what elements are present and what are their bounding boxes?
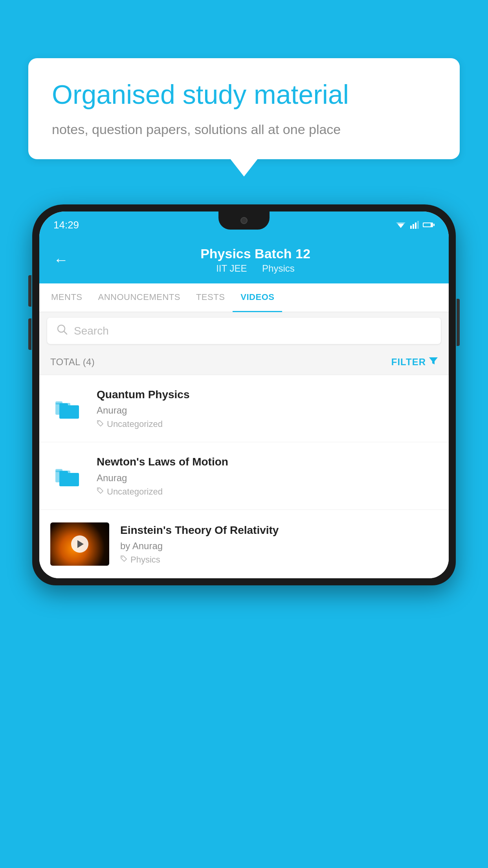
phone-wrapper: 14:29 bbox=[32, 204, 456, 868]
tag-text: Uncategorized bbox=[107, 419, 163, 429]
filter-button[interactable]: FILTER bbox=[391, 357, 438, 368]
video-tag: Physics bbox=[120, 555, 438, 565]
svg-point-22 bbox=[122, 557, 123, 557]
search-input-wrap[interactable]: Search bbox=[47, 318, 441, 344]
volume-down-button bbox=[28, 318, 31, 350]
front-camera bbox=[240, 217, 248, 224]
signal-icon bbox=[410, 221, 419, 229]
back-button[interactable]: ← bbox=[53, 252, 68, 268]
play-button-overlay bbox=[71, 535, 88, 553]
filter-bar: TOTAL (4) FILTER bbox=[39, 349, 449, 375]
tag-icon bbox=[97, 420, 104, 429]
notch bbox=[218, 211, 270, 230]
list-item[interactable]: Einstein's Theory Of Relativity by Anura… bbox=[39, 510, 449, 578]
svg-point-16 bbox=[98, 421, 99, 422]
svg-point-21 bbox=[98, 489, 99, 489]
svg-rect-20 bbox=[59, 471, 68, 474]
video-tag: Uncategorized bbox=[97, 487, 438, 497]
svg-rect-2 bbox=[410, 226, 412, 229]
power-button bbox=[457, 299, 460, 346]
video-list: Quantum Physics Anurag Uncategorized bbox=[39, 375, 449, 578]
svg-rect-7 bbox=[424, 223, 431, 226]
header-title-block: Physics Batch 12 IIT JEE Physics bbox=[76, 246, 435, 274]
video-author: by Anurag bbox=[120, 541, 438, 552]
svg-rect-4 bbox=[415, 223, 416, 229]
video-author: Anurag bbox=[97, 473, 438, 484]
filter-label: FILTER bbox=[391, 357, 426, 368]
svg-rect-15 bbox=[59, 403, 68, 407]
tab-announcements[interactable]: ANNOUNCEMENTS bbox=[90, 283, 188, 312]
tag-icon bbox=[97, 487, 104, 496]
phone-outer: 14:29 bbox=[32, 204, 456, 585]
speech-bubble: Organised study material notes, question… bbox=[28, 58, 460, 159]
svg-line-10 bbox=[64, 331, 67, 334]
video-title: Newton's Laws of Motion bbox=[97, 455, 438, 469]
folder-icon bbox=[50, 391, 86, 426]
svg-rect-8 bbox=[433, 224, 435, 226]
tag-text: Uncategorized bbox=[107, 487, 163, 497]
bubble-subtitle: notes, question papers, solutions all at… bbox=[52, 120, 436, 139]
video-info: Quantum Physics Anurag Uncategorized bbox=[97, 388, 438, 429]
phone-screen: 14:29 bbox=[39, 211, 449, 578]
search-placeholder: Search bbox=[74, 325, 109, 337]
total-count-label: TOTAL (4) bbox=[50, 357, 95, 368]
tab-ments[interactable]: MENTS bbox=[43, 283, 90, 312]
search-container: Search bbox=[39, 312, 449, 349]
svg-rect-3 bbox=[413, 224, 414, 229]
volume-up-button bbox=[28, 275, 31, 307]
svg-marker-1 bbox=[396, 223, 405, 226]
status-time: 14:29 bbox=[53, 219, 79, 231]
header-subtitle-part1: IIT JEE bbox=[216, 263, 247, 274]
tab-tests[interactable]: TESTS bbox=[188, 283, 233, 312]
video-title: Einstein's Theory Of Relativity bbox=[120, 523, 438, 537]
bubble-title: Organised study material bbox=[52, 79, 436, 111]
video-info: Einstein's Theory Of Relativity by Anura… bbox=[120, 523, 438, 565]
tab-videos[interactable]: VIDEOS bbox=[233, 283, 282, 312]
battery-icon bbox=[423, 222, 435, 228]
video-tag: Uncategorized bbox=[97, 419, 438, 429]
speech-bubble-arrow bbox=[230, 158, 258, 177]
video-info: Newton's Laws of Motion Anurag Uncategor… bbox=[97, 455, 438, 497]
folder-icon bbox=[50, 458, 86, 494]
filter-icon bbox=[429, 357, 438, 368]
app-header: ← Physics Batch 12 IIT JEE Physics bbox=[39, 238, 449, 283]
status-bar: 14:29 bbox=[39, 211, 449, 238]
video-thumbnail bbox=[50, 522, 109, 566]
tabs-bar: MENTS ANNOUNCEMENTS TESTS VIDEOS bbox=[39, 283, 449, 312]
svg-rect-5 bbox=[417, 221, 419, 229]
play-triangle-icon bbox=[77, 540, 84, 548]
header-subtitle: IIT JEE Physics bbox=[76, 263, 435, 274]
video-title: Quantum Physics bbox=[97, 388, 438, 402]
list-item[interactable]: Quantum Physics Anurag Uncategorized bbox=[39, 375, 449, 442]
list-item[interactable]: Newton's Laws of Motion Anurag Uncategor… bbox=[39, 442, 449, 509]
svg-marker-11 bbox=[429, 357, 438, 364]
tag-text: Physics bbox=[130, 555, 160, 565]
header-subtitle-part2: Physics bbox=[262, 263, 295, 274]
search-icon bbox=[57, 324, 68, 338]
wifi-icon bbox=[395, 221, 406, 229]
header-title: Physics Batch 12 bbox=[76, 246, 435, 261]
speech-bubble-container: Organised study material notes, question… bbox=[28, 58, 460, 177]
video-author: Anurag bbox=[97, 405, 438, 416]
svg-rect-19 bbox=[59, 473, 79, 486]
tag-icon bbox=[120, 555, 127, 564]
svg-rect-14 bbox=[59, 405, 79, 419]
status-icons bbox=[395, 221, 435, 229]
